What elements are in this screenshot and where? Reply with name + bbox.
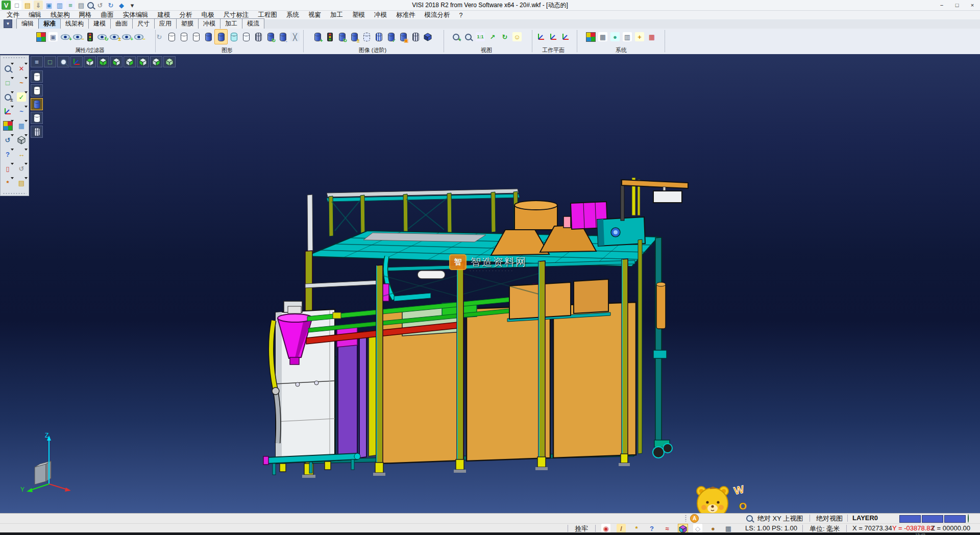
viewport-menu-button[interactable]: ≡: [31, 56, 43, 67]
table-manager-icon[interactable]: ▥: [623, 32, 632, 41]
shaded-cube-icon[interactable]: [423, 32, 432, 42]
solids-traffic-light-icon-cell[interactable]: [324, 30, 336, 44]
export-solid-icon-cell[interactable]: →: [277, 30, 289, 44]
hidden-dashed-cylinder-icon-cell[interactable]: [190, 30, 202, 44]
view-front-button-icon[interactable]: [112, 57, 121, 67]
display-hidden-button-icon[interactable]: [34, 86, 40, 95]
selection-options-icon-cell[interactable]: +: [633, 30, 646, 44]
snap-lock-icon-cell[interactable]: ◉: [601, 524, 610, 533]
absolute-view-indicator[interactable]: 绝对视图: [816, 514, 843, 523]
attribute-palette-icon[interactable]: [36, 32, 46, 42]
fit-window-icon[interactable]: □: [3, 78, 12, 87]
tools-wheel-icon[interactable]: *: [3, 178, 12, 187]
view-right-button[interactable]: [150, 56, 162, 67]
spline-icon[interactable]: ~: [17, 107, 26, 116]
transparent-cylinder-icon-cell[interactable]: [228, 30, 240, 44]
solids-add-icon[interactable]: +: [314, 33, 321, 41]
workplane-manage-icon-cell[interactable]: [559, 30, 572, 44]
view-left-button-icon[interactable]: [138, 57, 148, 67]
transparent-cylinder-icon[interactable]: [231, 33, 237, 41]
tools-wheel-icon-cell[interactable]: *: [1, 176, 14, 190]
shade-view-icon[interactable]: ☺: [512, 32, 522, 41]
hidden-line-cylinder-icon-cell[interactable]: [178, 30, 190, 44]
pane-icon[interactable]: ▦: [17, 121, 26, 130]
hatch-cylinder-icon-cell[interactable]: [409, 30, 422, 44]
tab-建模[interactable]: 建模: [88, 18, 111, 29]
view-mode-indicator[interactable]: 绝对 XY 上视图: [757, 514, 803, 523]
undo-icon[interactable]: ↺: [95, 1, 105, 10]
tab-应用[interactable]: 应用: [154, 18, 177, 29]
tab-dropdown-button[interactable]: ▼: [4, 19, 12, 28]
render-attributes-icon[interactable]: [3, 121, 13, 131]
edit-attribute-icon[interactable]: /: [617, 524, 626, 533]
view-bottom-button[interactable]: [97, 56, 109, 67]
macro-icon[interactable]: ◆: [117, 1, 126, 10]
hide-minus-icon[interactable]: −: [134, 34, 143, 40]
tab-塑膜[interactable]: 塑膜: [176, 18, 199, 29]
regen-view-icon-cell[interactable]: ↺: [1, 133, 14, 147]
qat-more-dropdown[interactable]: ▾: [128, 1, 137, 10]
layer-color-swatch-1[interactable]: [899, 515, 921, 523]
spline-icon-cell[interactable]: ~: [15, 105, 28, 118]
zoom-extents-icon-cell[interactable]: [462, 30, 474, 44]
attribute-manager-icon-cell[interactable]: ▦: [597, 30, 609, 44]
solids-refresh-icon[interactable]: ↻: [339, 33, 346, 41]
dashed-cylinder-icon-cell[interactable]: [360, 30, 373, 44]
new-file-icon[interactable]: □: [12, 1, 21, 10]
menu-item-11[interactable]: 系统: [282, 11, 304, 19]
view-back-button[interactable]: [124, 56, 136, 67]
attribute-palette-icon-cell[interactable]: [35, 30, 47, 44]
key-icon[interactable]: *: [632, 524, 641, 533]
view-iso-button[interactable]: [163, 56, 176, 67]
wireframe-cylinder-icon[interactable]: [168, 33, 175, 41]
display-shaded-button-icon[interactable]: [34, 100, 40, 109]
rotate-view-icon-cell[interactable]: ↻: [499, 30, 511, 44]
shaded-cube-icon-cell[interactable]: [422, 30, 434, 44]
display-hatched-button[interactable]: [31, 126, 43, 138]
regen-graphics-icon-cell[interactable]: ↻: [153, 30, 165, 44]
keyboard-grid-icon-cell[interactable]: ▦: [646, 30, 658, 44]
zoom-select-icon[interactable]: [5, 65, 11, 72]
open-image-icon[interactable]: ▤: [17, 178, 26, 187]
regen-graphics-icon[interactable]: ↻: [155, 32, 164, 41]
display-transparent-button-icon[interactable]: [34, 114, 40, 123]
shaded-small-cylinder-icon[interactable]: [205, 33, 212, 41]
attribute-manager-icon[interactable]: ▦: [598, 32, 607, 41]
show-plus-icon[interactable]: +: [122, 34, 131, 40]
visibility-traffic-light-icon-cell[interactable]: [84, 30, 96, 44]
tagged-cylinder-icon-cell[interactable]: ▣: [397, 30, 409, 44]
preview-icon[interactable]: [87, 2, 94, 9]
toggle-visibility-icon[interactable]: ±: [110, 34, 119, 40]
tab-冲模[interactable]: 冲模: [198, 18, 220, 29]
selection-options-icon[interactable]: +: [635, 32, 644, 41]
tab-加工[interactable]: 加工: [220, 18, 242, 29]
measure-icon-cell[interactable]: ↔: [15, 148, 28, 161]
layer-indicator[interactable]: LAYER0: [852, 514, 878, 522]
snap-toggle-icon-cell[interactable]: ≈: [663, 524, 672, 533]
dashed-cylinder-icon[interactable]: [363, 33, 370, 41]
regen-solid-icon-cell[interactable]: ↻: [264, 30, 277, 44]
display-hatched-button-icon[interactable]: [34, 128, 40, 136]
glove-icon[interactable]: ◇: [693, 524, 702, 533]
import-file-icon[interactable]: ⇓: [34, 1, 43, 10]
display-settings-icon[interactable]: ╳: [290, 32, 300, 41]
zoom-extents-icon[interactable]: [465, 34, 472, 40]
save-as-icon[interactable]: ▥: [55, 1, 64, 10]
solids-traffic-light-icon[interactable]: [327, 33, 333, 41]
layer-color-swatch-3[interactable]: [944, 515, 966, 523]
sketch-icon[interactable]: ~: [17, 78, 26, 87]
refresh-visibility-icon[interactable]: ↻: [97, 34, 107, 40]
snap-lock-icon[interactable]: ◉: [601, 524, 610, 533]
validate-icon-cell[interactable]: ✓: [15, 90, 28, 104]
flat-cylinder-icon-cell[interactable]: [240, 30, 252, 44]
workplane-align-icon-cell[interactable]: [547, 30, 559, 44]
view-iso-button-icon[interactable]: [165, 57, 174, 67]
globe-icon[interactable]: [968, 514, 969, 523]
workplane-manage-icon[interactable]: [561, 32, 570, 41]
view-top-button[interactable]: [84, 56, 96, 67]
annotation-badge[interactable]: A: [690, 514, 699, 523]
solids-toggle-icon-cell[interactable]: ±: [348, 30, 360, 44]
shaded-cylinder-icon[interactable]: [218, 33, 225, 41]
workplane-create-icon[interactable]: [536, 32, 546, 41]
paw-icon[interactable]: ●: [708, 524, 718, 533]
